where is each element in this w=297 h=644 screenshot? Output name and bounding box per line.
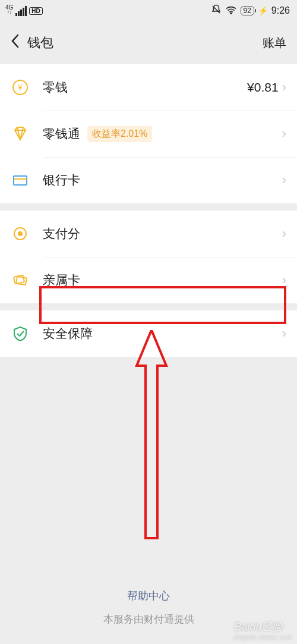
wifi-icon — [225, 5, 237, 17]
card-icon — [11, 171, 30, 190]
chevron-right-icon: › — [282, 80, 286, 95]
svg-rect-7 — [14, 176, 27, 185]
row-label: 支付分 — [43, 225, 80, 242]
help-center-link[interactable]: 帮助中心 — [127, 589, 170, 603]
row-label: 亲属卡 — [43, 272, 80, 288]
clock: 9:26 — [271, 5, 290, 16]
balance-value: ¥0.81 — [247, 80, 279, 95]
group-security: 安全保障 › — [0, 310, 297, 357]
battery-icon: 92 — [241, 6, 254, 15]
watermark-sub: jingyan.baidu.com — [234, 634, 292, 640]
signal-icon — [15, 6, 27, 16]
row-label: 零钱 — [43, 79, 68, 96]
group-balance: ¥ 零钱 ¥0.81 › 零钱通 收益率2.01% › 银行卡 › — [0, 64, 297, 203]
status-bar: 4G ↑↓ HD 92 ⚡ 9:26 — [0, 0, 297, 21]
svg-rect-12 — [16, 277, 27, 285]
annotation-arrow-icon — [134, 330, 169, 544]
hd-badge: HD — [29, 7, 42, 15]
chevron-right-icon: › — [282, 326, 286, 341]
row-security[interactable]: 安全保障 › — [0, 310, 297, 357]
status-right: 92 ⚡ 9:26 — [211, 4, 290, 18]
svg-point-1 — [230, 12, 232, 14]
watermark: Baidu经验 jingyan.baidu.com — [234, 620, 292, 640]
bill-button[interactable]: 账单 — [263, 35, 286, 51]
coin-icon: ¥ — [11, 78, 30, 97]
row-label: 银行卡 — [43, 172, 80, 189]
chevron-right-icon: › — [282, 126, 286, 142]
row-bank-card[interactable]: 银行卡 › — [0, 157, 297, 203]
charging-icon: ⚡ — [258, 6, 268, 15]
svg-point-10 — [18, 231, 23, 236]
group-pay: 支付分 › 亲属卡 › — [0, 211, 297, 303]
page-title: 钱包 — [27, 34, 53, 52]
page-header: 钱包 账单 — [0, 21, 297, 64]
row-label: 安全保障 — [43, 325, 93, 342]
mute-icon — [211, 4, 222, 18]
gear-badge-icon — [11, 224, 30, 243]
row-label: 零钱通 — [43, 125, 80, 142]
row-balance-plus[interactable]: 零钱通 收益率2.01% › — [0, 111, 297, 157]
svg-text:¥: ¥ — [17, 83, 23, 92]
row-pay-score[interactable]: 支付分 › — [0, 211, 297, 257]
provider-text: 本服务由财付通提供 — [103, 614, 194, 625]
shield-icon — [11, 324, 30, 343]
watermark-main: Baidu经验 — [234, 621, 283, 633]
network-type: 4G ↑↓ — [5, 5, 13, 15]
yield-tag: 收益率2.01% — [87, 126, 152, 142]
chevron-right-icon: › — [282, 172, 286, 188]
back-button[interactable] — [11, 33, 24, 52]
chevron-right-icon: › — [282, 226, 286, 241]
status-left: 4G ↑↓ HD — [7, 6, 43, 16]
row-family-card[interactable]: 亲属卡 › — [0, 257, 297, 303]
family-card-icon — [11, 271, 30, 290]
row-balance[interactable]: ¥ 零钱 ¥0.81 › — [0, 64, 297, 111]
chevron-right-icon: › — [282, 272, 286, 288]
diamond-icon — [11, 124, 30, 143]
